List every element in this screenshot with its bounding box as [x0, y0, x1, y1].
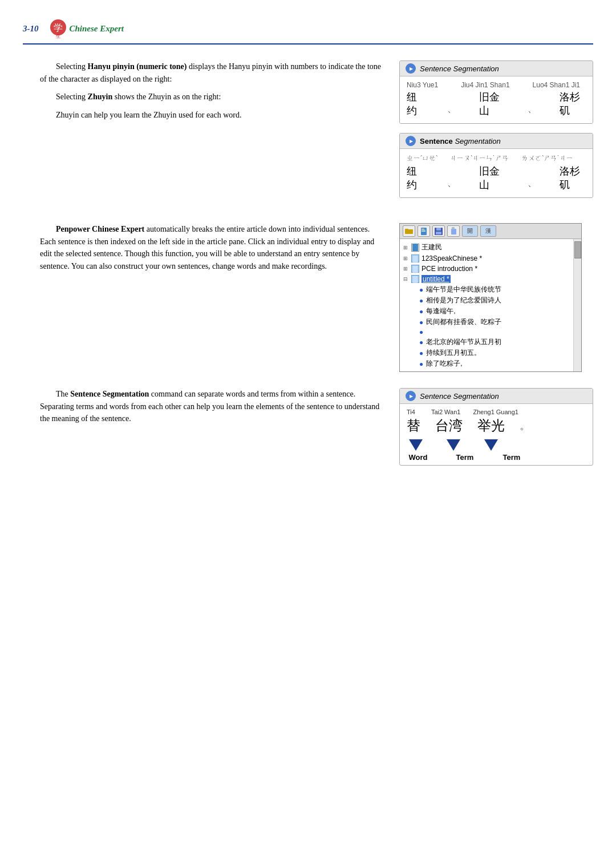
chinese-z2: 旧金山: [479, 164, 505, 192]
svg-rect-8: [422, 230, 425, 231]
bullet-item-8[interactable]: ● 除了吃粽子,: [419, 358, 572, 369]
tree-toolbar[interactable]: 開 漢: [400, 224, 581, 239]
arrow3: [484, 439, 498, 451]
section3: The Sentence Segmentation command can se…: [23, 388, 593, 475]
tree-doc-icon1: [411, 244, 419, 252]
arrow2: [447, 439, 460, 451]
section3-text: The Sentence Segmentation command can se…: [23, 388, 382, 431]
para2-bold: Zhuyin: [88, 92, 113, 101]
toolbar-btn-paste[interactable]: [447, 225, 460, 237]
bullet-item-3[interactable]: ● 每逢端午,: [419, 306, 572, 317]
tree-doc-icon2: [411, 254, 419, 262]
tree-body: ⊞ 王建民 ⊞ 123SpeakChinese *: [400, 239, 581, 371]
seg-arrow-icon1: [406, 63, 416, 74]
bullet-icon2: ●: [419, 297, 423, 305]
bullet-item-6[interactable]: ● 老北京的端午节从五月初: [419, 337, 572, 347]
svg-rect-9: [422, 231, 425, 232]
para-penpower: Penpower Chinese Expert automatically br…: [40, 223, 382, 273]
bullet-icon1: ●: [419, 286, 423, 294]
bullet-text6: 老北京的端午节从五月初: [426, 337, 501, 347]
expand-icon2: ⊞: [403, 256, 409, 261]
pinyin1: Niu3 Yue1: [407, 81, 438, 89]
bullet-item-4[interactable]: ● 民间都有挂香袋、吃粽子: [419, 317, 572, 328]
seg-box3-content: Ti4 Tai2 Wan1 Zheng1 Guang1 替 台湾 举光 。: [400, 404, 593, 465]
toolbar-btn-open[interactable]: 開: [462, 225, 478, 237]
chinese3-2: 台湾: [435, 417, 463, 435]
toolbar-btn-han[interactable]: 漢: [480, 225, 496, 237]
svg-rect-4: [405, 229, 413, 234]
bullet-item-1[interactable]: ● 端午节是中华民族传统节: [419, 284, 572, 295]
seg-box3-pinyin: Ti4 Tai2 Wan1 Zheng1 Guang1: [407, 409, 586, 415]
tree-item-untitled[interactable]: ⊟ untitled *: [403, 274, 572, 284]
svg-rect-15: [412, 244, 418, 251]
label-word: Word: [407, 453, 429, 462]
section1-text: Selecting Hanyu pinyin (numeric tone) di…: [23, 60, 382, 127]
label-term2: Term: [500, 453, 523, 462]
seg-box3-title-bar: Sentence Segmentation: [400, 389, 593, 404]
segseg-bold: Sentence Segmentation: [70, 390, 149, 398]
arrow1: [409, 439, 423, 451]
dot-z2: 、: [528, 177, 537, 189]
page: 3-10 学 生 Chinese Expert Selecting Hanyu …: [0, 0, 616, 849]
svg-rect-5: [405, 229, 408, 230]
svg-rect-11: [436, 228, 441, 231]
seg-arrow-icon2: [406, 136, 416, 146]
dot2: 、: [528, 103, 537, 115]
toolbar-btn-folder[interactable]: [403, 225, 415, 237]
seg-box2-content: ㄓㄧˊㄩㄝˋ ㄐㄧㄡˋㄐㄧㄣ˙ㄕㄢ ㄌㄨㄛˋㄕㄢ˙ㄐㄧ 纽约 、 旧金山 、 洛…: [400, 149, 593, 197]
section2-tree: 開 漢 ⊞ 王建民 ⊞: [399, 223, 593, 372]
para1-bold: Hanyu pinyin (numeric tone): [88, 62, 187, 71]
dot-z1: 、: [447, 177, 456, 189]
seg-box1-content: Niu3 Yue1 Jiu4 Jin1 Shan1 Luo4 Shan1 Ji1…: [400, 76, 593, 123]
header: 3-10 学 生 Chinese Expert: [23, 17, 593, 45]
section2-text: Penpower Chinese Expert automatically br…: [23, 223, 382, 278]
arrows-row: [407, 439, 586, 451]
article-pane: 開 漢 ⊞ 王建民 ⊞: [399, 223, 582, 372]
penpower-bold: Penpower Chinese Expert: [56, 225, 144, 233]
para3: Zhuyin can help you learn the Zhuyin use…: [40, 109, 382, 122]
seg-box1-title: Sentence Segmentation: [420, 64, 499, 73]
bullet-item-7[interactable]: ● 持续到五月初五。: [419, 347, 572, 358]
chinese2: 旧金山: [479, 90, 505, 118]
bullet-text3: 每逢端午,: [426, 306, 455, 316]
tree-item-123speak[interactable]: ⊞ 123SpeakChinese *: [403, 253, 572, 264]
bullet-text4: 民间都有挂香袋、吃粽子: [426, 317, 501, 327]
tree-item-pce[interactable]: ⊞ PCE introduction *: [403, 264, 572, 274]
bullet-icon3: ●: [419, 308, 423, 316]
zhuyin1: ㄓㄧˊㄩㄝˋ: [407, 153, 437, 163]
seg-box2-zhuyin: ㄓㄧˊㄩㄝˋ ㄐㄧㄡˋㄐㄧㄣ˙ㄕㄢ ㄌㄨㄛˋㄕㄢ˙ㄐㄧ: [407, 153, 586, 163]
zhuyin2: ㄐㄧㄡˋㄐㄧㄣ˙ㄕㄢ: [450, 153, 509, 163]
section1-boxes: Sentence Segmentation Niu3 Yue1 Jiu4 Jin…: [399, 60, 593, 207]
pinyin2: Jiu4 Jin1 Shan1: [461, 81, 509, 89]
tree-doc-icon3: [411, 265, 419, 273]
seg-arrow-icon3: [406, 391, 416, 401]
section1: Selecting Hanyu pinyin (numeric tone) di…: [23, 60, 593, 207]
svg-rect-17: [412, 265, 418, 273]
labels-row: Word Term Term: [407, 453, 586, 462]
scrollbar[interactable]: [573, 239, 581, 371]
page-number: 3-10: [23, 24, 39, 34]
tree-label3: PCE introduction *: [422, 265, 477, 273]
svg-text:学: 学: [54, 23, 63, 33]
pinyin3-1: Ti4: [407, 409, 415, 415]
seg-box1-title-bar: Sentence Segmentation: [400, 61, 593, 76]
bullet-item-5[interactable]: ●: [419, 328, 572, 337]
bullet-text8: 除了吃粽子,: [426, 359, 462, 369]
bullet-icon6: ●: [419, 338, 423, 346]
scrollbar-thumb[interactable]: [574, 241, 581, 258]
para2: Selecting Zhuyin shows the Zhuyin as on …: [40, 91, 382, 103]
toolbar-btn-doc[interactable]: [418, 225, 430, 237]
seg-box1-chinese: 纽约 、 旧金山 、 洛杉矶: [407, 90, 586, 118]
seg-box3-chinese: 替 台湾 举光 。: [407, 417, 586, 435]
expand-icon3: ⊞: [403, 266, 409, 272]
dot1: 、: [447, 103, 456, 115]
chinese3: 洛杉矶: [560, 90, 586, 118]
tree-label4: untitled *: [422, 275, 451, 283]
sentence-list: ● 端午节是中华民族传统节 ● 相传是为了纪念爱国诗人 ● 每逢端午, ●: [403, 284, 572, 369]
label-term1: Term: [453, 453, 476, 462]
toolbar-btn-save[interactable]: [432, 225, 445, 237]
section3-box: Sentence Segmentation Ti4 Tai2 Wan1 Zhen…: [399, 388, 593, 475]
tree-item-wangjianmin[interactable]: ⊞ 王建民: [403, 241, 572, 253]
svg-rect-12: [436, 232, 441, 235]
bullet-item-2[interactable]: ● 相传是为了纪念爱国诗人: [419, 295, 572, 306]
